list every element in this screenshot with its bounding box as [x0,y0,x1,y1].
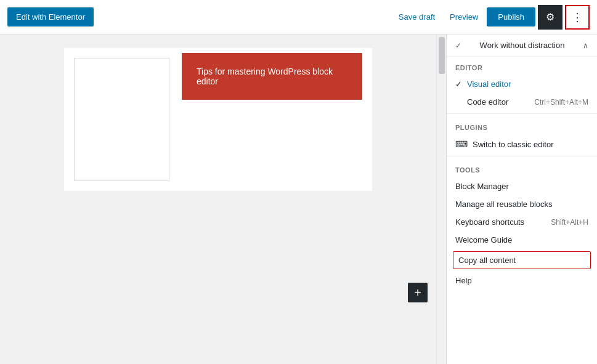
dropdown-panel: ✓ Work without distraction ∧ EDITOR ✓ Vi… [446,34,597,364]
switch-classic-editor-item[interactable]: ⌨ Switch to classic editor [447,135,597,153]
banner-text: Tips for mastering WordPress block edito… [197,67,333,86]
plus-icon: + [414,286,421,300]
welcome-guide-item[interactable]: Welcome Guide [447,231,597,249]
main-layout: Tips for mastering WordPress block edito… [0,34,597,364]
manage-reusable-label: Manage all reusable blocks [455,200,588,209]
keyboard-shortcuts-shortcut: Shift+Alt+H [551,218,588,227]
settings-button[interactable]: ⚙ [538,5,562,30]
toolbar: Edit with Elementor Save draft Preview P… [0,0,597,34]
block-manager-label: Block Manager [455,182,588,191]
code-editor-item[interactable]: ✓ Code editor Ctrl+Shift+Alt+M [447,93,597,111]
help-label: Help [455,276,588,285]
keyboard-icon: ⌨ [455,139,468,149]
page-canvas: Tips for mastering WordPress block edito… [64,48,372,191]
chevron-up-icon[interactable]: ∧ [583,41,588,50]
editor-section-header: EDITOR [447,57,597,75]
toolbar-right: Save draft Preview Publish ⚙ ⋮ [392,5,590,30]
copy-all-content-item[interactable]: Copy all content [453,251,591,269]
gear-icon: ⚙ [546,11,554,23]
edit-elementor-button[interactable]: Edit with Elementor [7,7,94,26]
divider-2 [447,156,597,156]
welcome-guide-label: Welcome Guide [455,235,588,245]
save-draft-button[interactable]: Save draft [392,9,441,25]
work-without-distraction-label: Work without distraction [480,41,565,50]
help-item[interactable]: Help [447,272,597,289]
scrollbar-thumb[interactable] [439,37,445,74]
editor-scrollbar[interactable] [436,34,446,364]
editor-area: Tips for mastering WordPress block edito… [0,34,446,364]
preview-button[interactable]: Preview [444,9,484,25]
code-editor-label: Code editor [467,97,529,107]
divider-1 [447,113,597,114]
more-icon: ⋮ [572,10,583,24]
check-icon: ✓ [455,79,462,89]
dropdown-top-row: ✓ Work without distraction ∧ [447,34,597,57]
featured-image-box [74,58,169,181]
code-editor-shortcut: Ctrl+Shift+Alt+M [534,98,588,107]
block-manager-item[interactable]: Block Manager [447,177,597,195]
visual-editor-label: Visual editor [467,79,588,89]
tools-section-header: TOOLS [447,159,597,177]
keyboard-shortcuts-label: Keyboard shortcuts [455,217,546,227]
copy-all-content-label: Copy all content [458,256,516,265]
canvas-wrapper: Tips for mastering WordPress block edito… [0,42,436,364]
plugins-section-header: PLUGINS [447,116,597,135]
switch-classic-label: Switch to classic editor [473,140,588,149]
add-block-button[interactable]: + [408,283,428,302]
left-chevron-icon[interactable]: ✓ [455,41,461,50]
more-options-button[interactable]: ⋮ [565,5,590,30]
visual-editor-item[interactable]: ✓ Visual editor [447,75,597,93]
publish-button[interactable]: Publish [487,7,535,26]
toolbar-left: Edit with Elementor [7,7,94,26]
red-banner: Tips for mastering WordPress block edito… [182,53,362,100]
manage-reusable-item[interactable]: Manage all reusable blocks [447,195,597,213]
keyboard-shortcuts-item[interactable]: Keyboard shortcuts Shift+Alt+H [447,213,597,231]
